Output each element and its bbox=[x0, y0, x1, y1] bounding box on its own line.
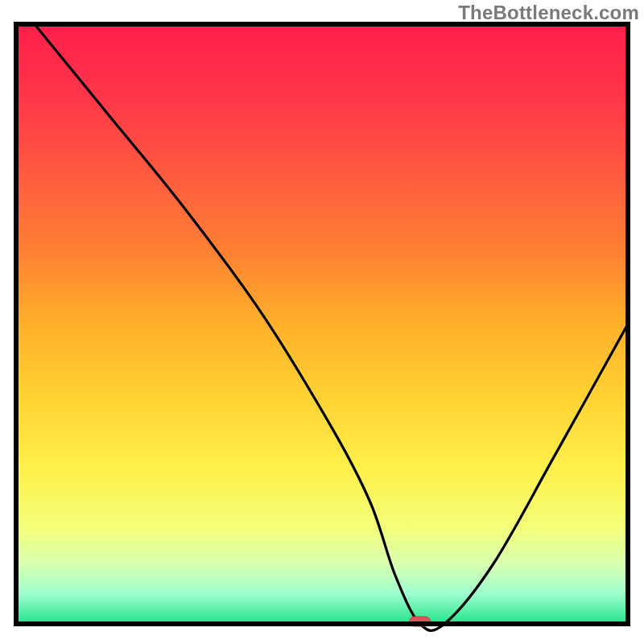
chart-stage: TheBottleneck.com bbox=[0, 0, 644, 644]
bottleneck-plot bbox=[0, 0, 644, 644]
watermark-text: TheBottleneck.com bbox=[458, 2, 639, 24]
